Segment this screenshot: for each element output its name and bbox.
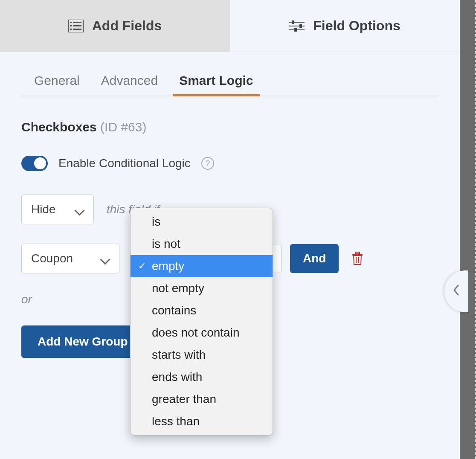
operator-dropdown: isis notemptynot emptycontainsdoes not c…: [130, 208, 273, 436]
subtab-advanced[interactable]: Advanced: [101, 73, 158, 96]
action-select[interactable]: Hide: [21, 195, 94, 224]
field-options-icon: [289, 20, 305, 32]
action-select-value: Hide: [31, 203, 56, 216]
trash-icon[interactable]: [351, 252, 363, 265]
svg-rect-3: [70, 25, 72, 26]
tab-field-options[interactable]: Field Options: [230, 0, 460, 52]
field-title: Checkboxes (ID #63): [21, 120, 438, 134]
sub-tabs: General Advanced Smart Logic: [21, 73, 438, 96]
operator-option[interactable]: ends with: [131, 366, 273, 388]
subtab-general[interactable]: General: [34, 73, 80, 96]
svg-rect-4: [73, 25, 81, 26]
tab-add-fields[interactable]: Add Fields: [0, 0, 230, 52]
help-icon[interactable]: ?: [201, 157, 214, 170]
add-new-group-button[interactable]: Add New Group: [21, 325, 144, 358]
operator-option[interactable]: contains: [131, 299, 273, 322]
add-fields-icon: [68, 20, 84, 32]
operator-option[interactable]: is not: [131, 233, 273, 255]
operator-option[interactable]: does not contain: [131, 322, 273, 344]
operator-option[interactable]: is: [131, 211, 273, 233]
svg-rect-8: [292, 20, 294, 24]
operator-option[interactable]: starts with: [131, 344, 273, 366]
field-select[interactable]: Coupon: [21, 244, 119, 273]
svg-rect-6: [73, 29, 81, 30]
field-name: Checkboxes: [21, 120, 97, 134]
operator-option[interactable]: empty: [131, 255, 273, 277]
svg-rect-1: [70, 22, 72, 23]
tab-field-options-label: Field Options: [313, 18, 400, 34]
operator-option[interactable]: less than: [131, 410, 273, 433]
top-tabs: Add Fields Field Options: [0, 0, 460, 52]
field-select-value: Coupon: [31, 252, 73, 265]
subtab-smart-logic[interactable]: Smart Logic: [179, 73, 253, 96]
rail-stripe: [473, 0, 476, 459]
svg-rect-2: [73, 22, 81, 23]
svg-rect-10: [299, 24, 302, 28]
svg-rect-12: [294, 28, 297, 32]
operator-option[interactable]: not empty: [131, 277, 273, 299]
right-rail: [460, 0, 476, 459]
conditional-logic-label: Enable Conditional Logic: [58, 157, 191, 170]
operator-option[interactable]: greater than: [131, 388, 273, 410]
field-id: (ID #63): [100, 120, 146, 134]
svg-rect-14: [355, 252, 360, 254]
and-button[interactable]: And: [290, 244, 339, 273]
svg-rect-5: [70, 29, 72, 30]
chevron-left-icon: [453, 285, 460, 299]
conditional-logic-toggle[interactable]: [21, 156, 48, 171]
tab-add-fields-label: Add Fields: [92, 18, 162, 34]
